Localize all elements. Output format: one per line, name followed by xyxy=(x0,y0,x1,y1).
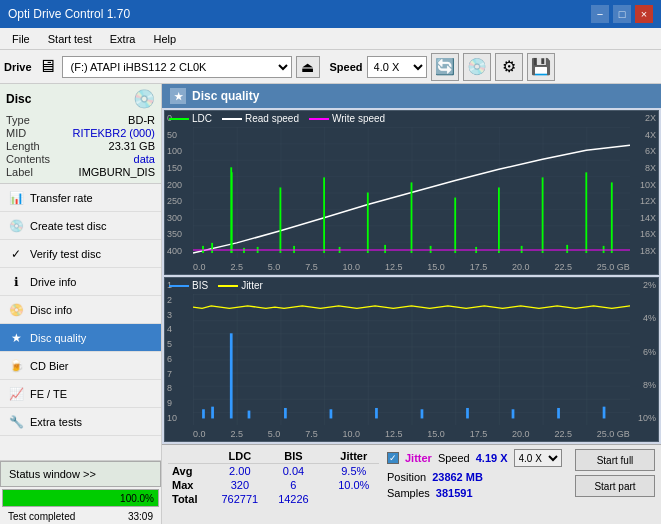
chart2-y-labels-right: 10%8%6%4%2% xyxy=(630,278,658,425)
total-empty xyxy=(318,492,328,506)
chart2-y-labels-left: 10987654321 xyxy=(165,278,193,425)
svg-rect-37 xyxy=(603,407,606,419)
create-test-disc-label: Create test disc xyxy=(30,220,106,232)
legend-bis: BIS xyxy=(169,280,208,291)
length-value: 23.31 GB xyxy=(109,140,155,152)
menu-file[interactable]: File xyxy=(4,31,38,47)
sidebar-item-extra-tests[interactable]: 🔧 Extra tests xyxy=(0,408,161,436)
transfer-rate-label: Transfer rate xyxy=(30,192,93,204)
jitter-checkbox[interactable]: ✓ xyxy=(387,452,399,464)
position-label: Position xyxy=(387,471,426,483)
save-button[interactable]: 💾 xyxy=(527,53,555,81)
position-row: Position 23862 MB xyxy=(387,471,567,483)
col-header-label xyxy=(168,449,211,464)
disc-icon: 💿 xyxy=(133,88,155,110)
chart1-svg xyxy=(193,127,630,258)
chart1-legend: LDC Read speed Write speed xyxy=(169,113,385,124)
svg-rect-35 xyxy=(512,409,515,418)
length-label: Length xyxy=(6,140,40,152)
samples-label: Samples xyxy=(387,487,430,499)
jitter-color xyxy=(218,285,238,287)
sidebar-item-drive-info[interactable]: ℹ Drive info xyxy=(0,268,161,296)
svg-rect-33 xyxy=(421,409,424,418)
progress-bar: 100.0% xyxy=(3,490,158,506)
total-bis: 14226 xyxy=(269,492,319,506)
sidebar-item-disc-quality[interactable]: ★ Disc quality xyxy=(0,324,161,352)
svg-rect-28 xyxy=(211,407,214,419)
status-text: Test completed xyxy=(4,510,79,523)
stats-bar: LDC BIS Jitter Avg 2.00 0.04 9.5% xyxy=(162,444,661,524)
extra-tests-icon: 🔧 xyxy=(8,414,24,430)
disc-label-label: Label xyxy=(6,166,33,178)
legend-write-speed: Write speed xyxy=(309,113,385,124)
minimize-button[interactable]: − xyxy=(591,5,609,23)
legend-ldc: LDC xyxy=(169,113,212,124)
disc-quality-icon: ★ xyxy=(8,330,24,346)
svg-rect-34 xyxy=(466,408,469,418)
menu-help[interactable]: Help xyxy=(145,31,184,47)
svg-rect-14 xyxy=(243,248,245,253)
time-text: 33:09 xyxy=(124,510,157,523)
disc-button[interactable]: 💿 xyxy=(463,53,491,81)
content-area: ★ Disc quality LDC Read speed xyxy=(162,84,661,524)
svg-rect-18 xyxy=(384,245,386,253)
samples-value: 381591 xyxy=(436,487,473,499)
panel-header-icon: ★ xyxy=(170,88,186,104)
sidebar-item-verify-test-disc[interactable]: ✓ Verify test disc xyxy=(0,240,161,268)
col-header-jitter: Jitter xyxy=(329,449,379,464)
max-label: Max xyxy=(168,478,211,492)
jitter-row: ✓ Jitter Speed 4.19 X 4.0 X xyxy=(387,449,567,467)
avg-empty xyxy=(318,464,328,479)
svg-rect-30 xyxy=(284,408,287,418)
drive-select[interactable]: (F:) ATAPI iHBS112 2 CL0K xyxy=(62,56,292,78)
total-ldc: 762771 xyxy=(211,492,269,506)
extra-tests-label: Extra tests xyxy=(30,416,82,428)
svg-rect-22 xyxy=(566,245,568,253)
sidebar-item-transfer-rate[interactable]: 📊 Transfer rate xyxy=(0,184,161,212)
status-window-button[interactable]: Status window >> xyxy=(0,461,161,487)
eject-button[interactable]: ⏏ xyxy=(296,56,320,78)
status-section: Status window >> 100.0% Test completed 3… xyxy=(0,460,161,524)
type-label: Type xyxy=(6,114,30,126)
col-header-ldc: LDC xyxy=(211,449,269,464)
menubar: File Start test Extra Help xyxy=(0,28,661,50)
samples-row: Samples 381591 xyxy=(387,487,567,499)
disc-title: Disc xyxy=(6,92,31,106)
start-full-button[interactable]: Start full xyxy=(575,449,655,471)
read-speed-color xyxy=(222,118,242,120)
speed-select[interactable]: 4.0 X xyxy=(367,56,427,78)
fe-te-label: FE / TE xyxy=(30,388,67,400)
svg-rect-36 xyxy=(557,408,560,418)
col-header-empty xyxy=(318,449,328,464)
start-part-button[interactable]: Start part xyxy=(575,475,655,497)
max-bis: 6 xyxy=(269,478,319,492)
close-button[interactable]: × xyxy=(635,5,653,23)
sidebar-item-disc-info[interactable]: 📀 Disc info xyxy=(0,296,161,324)
avg-ldc: 2.00 xyxy=(211,464,269,479)
svg-rect-13 xyxy=(211,243,213,253)
legend-bis-label: BIS xyxy=(192,280,208,291)
sidebar-item-create-test-disc[interactable]: 💿 Create test disc xyxy=(0,212,161,240)
write-speed-color xyxy=(309,118,329,120)
refresh-button[interactable]: 🔄 xyxy=(431,53,459,81)
panel-title: Disc quality xyxy=(192,89,259,103)
maximize-button[interactable]: □ xyxy=(613,5,631,23)
menu-extra[interactable]: Extra xyxy=(102,31,144,47)
ldc-color xyxy=(169,118,189,120)
menu-start-test[interactable]: Start test xyxy=(40,31,100,47)
chart2-x-labels: 0.02.55.07.510.012.515.017.520.022.525.0… xyxy=(193,429,630,439)
speed-dropdown[interactable]: 4.0 X xyxy=(514,449,562,467)
contents-label: Contents xyxy=(6,153,50,165)
total-label: Total xyxy=(168,492,211,506)
settings-button[interactable]: ⚙ xyxy=(495,53,523,81)
sidebar-item-fe-te[interactable]: 📈 FE / TE xyxy=(0,380,161,408)
avg-jitter: 9.5% xyxy=(329,464,379,479)
disc-quality-label: Disc quality xyxy=(30,332,86,344)
sidebar-item-cd-bier[interactable]: 🍺 CD Bier xyxy=(0,352,161,380)
drive-label: Drive xyxy=(4,61,32,73)
chart1-grid xyxy=(193,127,630,258)
chart1-y-labels-right: 18X16X14X12X10X8X6X4X2X xyxy=(630,111,658,258)
verify-test-disc-icon: ✓ xyxy=(8,246,24,262)
legend-read-speed-label: Read speed xyxy=(245,113,299,124)
chart-bis: BIS Jitter 10987654321 10%8%6%4%2% 0.02.… xyxy=(164,277,659,442)
